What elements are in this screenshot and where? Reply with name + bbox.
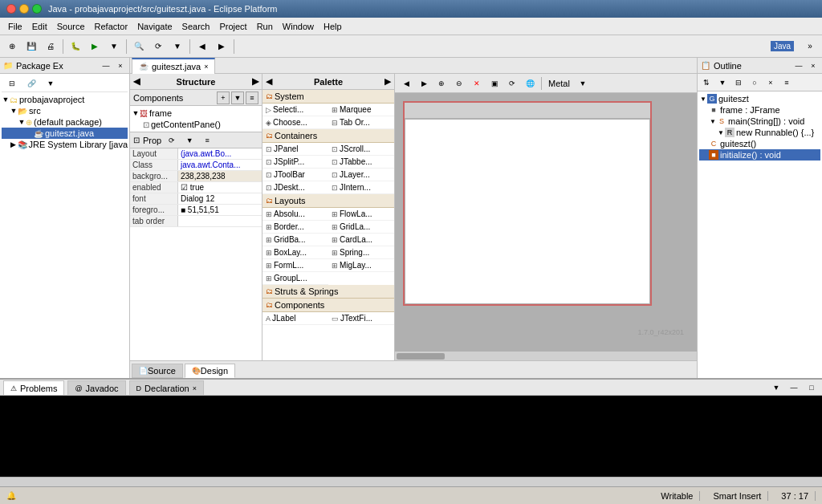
components-menu-btn[interactable]: ▼ bbox=[231, 91, 244, 104]
outline-item-constructor[interactable]: C guiteszt() bbox=[699, 138, 820, 149]
toolbar-new[interactable]: ⊕ bbox=[3, 38, 21, 55]
components-more-btn[interactable]: ≡ bbox=[246, 91, 258, 104]
close-button[interactable] bbox=[6, 4, 16, 14]
bottom-tab-javadoc[interactable]: @ Javadoc bbox=[67, 380, 125, 395]
java-perspective-btn[interactable]: Java bbox=[765, 38, 800, 55]
props-val-layout[interactable]: (java.awt.Bo... bbox=[178, 148, 262, 159]
structure-item-frame[interactable]: ▼ 🖼 frame bbox=[132, 108, 260, 119]
palette-section-containers[interactable]: 🗂 Containers bbox=[262, 129, 394, 143]
canvas-btn-grid[interactable]: ▣ bbox=[486, 75, 503, 91]
toolbar-save[interactable]: 💾 bbox=[22, 38, 40, 55]
palette-item-absolute[interactable]: ⊞ Absolu... bbox=[262, 208, 328, 221]
palette-section-components[interactable]: 🗂 Components bbox=[262, 299, 394, 312]
outline-btn-filter5[interactable]: ≡ bbox=[779, 75, 794, 90]
structure-nav-fwd[interactable]: ▶ bbox=[252, 76, 258, 87]
tree-item-guiteszt[interactable]: ☕ guiteszt.java bbox=[2, 128, 128, 139]
palette-item-boxlayout[interactable]: ⊞ BoxLay... bbox=[262, 246, 328, 259]
outline-item-guiteszt-class[interactable]: ▼ G guiteszt bbox=[699, 93, 820, 104]
toolbar-print[interactable]: 🖨 bbox=[42, 38, 59, 55]
bottom-tab-problems[interactable]: ⚠ Problems bbox=[3, 380, 64, 395]
palette-item-jsplitpane[interactable]: ⊡ JSplitP... bbox=[262, 156, 328, 169]
outline-item-main[interactable]: ▼ S main(String[]) : void bbox=[699, 116, 820, 127]
tree-toggle-src[interactable]: ▼ bbox=[10, 107, 18, 115]
menu-help[interactable]: Help bbox=[319, 20, 347, 33]
toolbar-debug[interactable]: 🐛 bbox=[67, 38, 84, 55]
palette-item-springlayout[interactable]: ⊞ Spring... bbox=[328, 246, 394, 259]
props-val-background[interactable]: 238,238,238 bbox=[178, 171, 262, 181]
bottom-hscrollbar[interactable] bbox=[0, 477, 822, 486]
palette-section-layouts[interactable]: 🗂 Layouts bbox=[262, 194, 394, 208]
bottom-panel-max[interactable]: □ bbox=[804, 380, 819, 395]
tree-toggle-project[interactable]: ▼ bbox=[2, 96, 10, 104]
structure-item-getcontentpane[interactable]: ⊡ getContentPane() bbox=[132, 119, 260, 130]
palette-item-gridbaglayout[interactable]: ⊞ GridBa... bbox=[262, 234, 328, 246]
palette-item-formlayout[interactable]: ⊞ FormL... bbox=[262, 259, 328, 272]
package-explorer-close[interactable]: × bbox=[115, 60, 126, 71]
palette-item-miglayout[interactable]: ⊞ MigLay... bbox=[328, 259, 394, 272]
palette-item-cardlayout[interactable]: ⊞ CardLa... bbox=[328, 234, 394, 246]
declaration-tab-close[interactable]: × bbox=[193, 384, 197, 392]
outline-min[interactable]: — bbox=[793, 60, 804, 71]
outline-close[interactable]: × bbox=[808, 60, 819, 71]
canvas-btn-remove[interactable]: ⊖ bbox=[451, 75, 467, 91]
props-btn2[interactable]: ▼ bbox=[182, 133, 197, 148]
menu-project[interactable]: Project bbox=[214, 20, 251, 33]
palette-item-flowlayout[interactable]: ⊞ FlowLa... bbox=[328, 208, 394, 221]
tree-item-default-pkg[interactable]: ▼ ⊕ (default package) bbox=[2, 116, 128, 128]
menu-file[interactable]: File bbox=[3, 20, 27, 33]
outline-item-frame[interactable]: ■ frame : JFrame bbox=[699, 104, 820, 116]
palette-item-borderlayout[interactable]: ⊞ Border... bbox=[262, 221, 328, 234]
frame-content[interactable] bbox=[405, 119, 650, 304]
canvas-hscrollbar[interactable] bbox=[395, 351, 697, 360]
palette-item-jlayeredpane[interactable]: ⊡ JLayer... bbox=[328, 169, 394, 181]
canvas-btn-back[interactable]: ◀ bbox=[398, 75, 414, 91]
props-btn1[interactable]: ⟳ bbox=[165, 133, 179, 148]
menu-run[interactable]: Run bbox=[252, 20, 278, 33]
tree-item-jre[interactable]: ▶ 📚 JRE System Library [java bbox=[2, 139, 128, 150]
canvas-btn-close[interactable]: ✕ bbox=[469, 75, 485, 91]
props-val-enabled[interactable]: ☑ true bbox=[178, 182, 262, 193]
toolbar-run[interactable]: ▶ bbox=[86, 38, 104, 55]
palette-nav-fwd[interactable]: ▶ bbox=[385, 76, 391, 87]
minimize-button[interactable] bbox=[19, 4, 29, 14]
toolbar-refactor[interactable]: ⟳ bbox=[149, 38, 167, 55]
canvas-btn-fwd[interactable]: ▶ bbox=[416, 75, 432, 91]
menu-navigate[interactable]: Navigate bbox=[132, 20, 177, 33]
bottom-tab-declaration[interactable]: D Declaration × bbox=[129, 380, 204, 395]
palette-item-jlabel[interactable]: A JLabel bbox=[262, 312, 328, 325]
package-explorer-min[interactable]: — bbox=[100, 60, 112, 71]
palette-item-gridlayout[interactable]: ⊞ GridLa... bbox=[328, 221, 394, 234]
outline-btn-filter3[interactable]: ○ bbox=[747, 75, 762, 90]
outline-item-initialize[interactable]: ■ initialize() : void bbox=[699, 149, 820, 161]
tree-item-project[interactable]: ▼ 🗂 probajavaproject bbox=[2, 94, 128, 105]
toolbar-next[interactable]: ▶ bbox=[213, 38, 230, 55]
pkg-menu-btn[interactable]: ▼ bbox=[42, 77, 59, 90]
components-add-btn[interactable]: + bbox=[217, 91, 230, 104]
palette-item-choose[interactable]: ◈ Choose... bbox=[262, 116, 328, 129]
tree-item-src[interactable]: ▼ 📂 src bbox=[2, 105, 128, 116]
palette-item-jpanel[interactable]: ⊡ JPanel bbox=[262, 143, 328, 156]
palette-item-jtoolbar[interactable]: ⊡ JToolBar bbox=[262, 169, 328, 181]
hscroll-thumb[interactable] bbox=[397, 353, 445, 360]
palette-nav-back[interactable]: ◀ bbox=[266, 76, 272, 87]
palette-item-jscrollpane[interactable]: ⊡ JScroll... bbox=[328, 143, 394, 156]
toolbar-run-dropdown[interactable]: ▼ bbox=[105, 38, 123, 55]
canvas-viewport[interactable]: 1.7.0_r42x201 bbox=[395, 93, 697, 351]
toolbar-refactor-dropdown[interactable]: ▼ bbox=[169, 38, 186, 55]
window-controls[interactable] bbox=[6, 4, 42, 14]
palette-item-jtabbedpane[interactable]: ⊡ JTabbe... bbox=[328, 156, 394, 169]
menu-window[interactable]: Window bbox=[278, 20, 319, 33]
palette-item-jinternalpane[interactable]: ⊡ JIntern... bbox=[328, 181, 394, 194]
palette-item-selection[interactable]: ▷ Selecti... bbox=[262, 104, 328, 116]
palette-item-grouplayout[interactable]: ⊞ GroupL... bbox=[262, 272, 328, 285]
toolbar-perspective-dropdown[interactable]: » bbox=[801, 38, 819, 55]
palette-item-jtextfield[interactable]: ▭ JTextFi... bbox=[328, 312, 394, 325]
palette-item-marquee[interactable]: ⊞ Marquee bbox=[328, 104, 394, 116]
outline-btn-filter2[interactable]: ⊟ bbox=[731, 75, 746, 90]
menu-edit[interactable]: Edit bbox=[27, 20, 52, 33]
editor-tab-guiteszt[interactable]: ☕ guiteszt.java × bbox=[132, 58, 215, 74]
outline-item-runnable[interactable]: ▼ R new Runnable() {...} bbox=[699, 127, 820, 138]
tree-toggle-default-pkg[interactable]: ▼ bbox=[18, 118, 26, 126]
canvas-btn-refresh[interactable]: ⟳ bbox=[504, 75, 520, 91]
pkg-collapse-btn[interactable]: ⊟ bbox=[3, 77, 21, 90]
